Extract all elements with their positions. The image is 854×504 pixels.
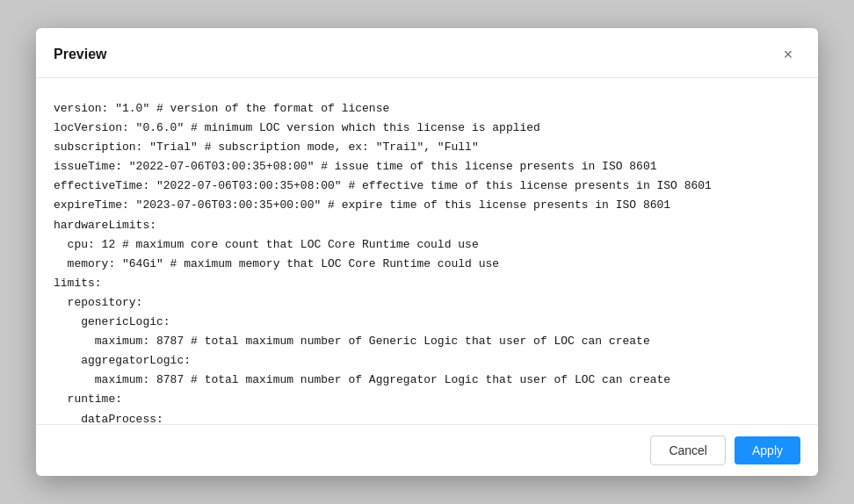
dialog: Preview × version: "1.0" # version of th…	[36, 28, 818, 476]
close-button[interactable]: ×	[776, 42, 800, 67]
code-preview-area[interactable]: version: "1.0" # version of the format o…	[36, 78, 818, 424]
dialog-title: Preview	[54, 47, 106, 62]
apply-button[interactable]: Apply	[735, 436, 800, 464]
cancel-button[interactable]: Cancel	[650, 436, 726, 465]
overlay: Preview × version: "1.0" # version of th…	[0, 0, 854, 504]
dialog-content: version: "1.0" # version of the format o…	[36, 78, 818, 424]
dialog-footer: Cancel Apply	[36, 424, 818, 476]
dialog-header: Preview ×	[36, 28, 818, 78]
